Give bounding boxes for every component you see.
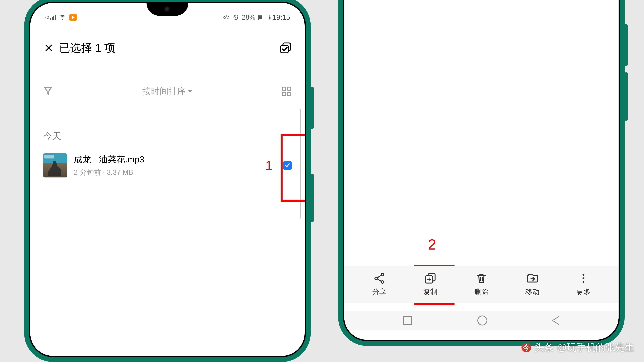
trash-icon	[475, 272, 488, 285]
phone1-screen: 4G 28% 19:15	[29, 1, 306, 357]
section-today: 今天	[43, 130, 61, 142]
sort-dropdown[interactable]: 按时间排序	[142, 86, 192, 97]
file-thumbnail	[43, 153, 67, 177]
eye-comfort-icon	[223, 14, 230, 20]
watermark-logo-icon: 今	[522, 343, 531, 352]
phone2-screen: 2 分享 复制	[343, 0, 620, 341]
signal-bars-icon	[50, 15, 56, 20]
file-name: 成龙 - 油菜花.mp3	[74, 154, 276, 165]
clock-time: 19:15	[272, 13, 290, 21]
network-type: 4G	[45, 15, 50, 20]
nav-back-button[interactable]	[553, 316, 560, 325]
share-label: 分享	[372, 287, 386, 297]
more-icon	[577, 272, 590, 285]
wifi-icon	[59, 14, 66, 21]
svg-point-1	[226, 17, 227, 18]
bottom-action-bar: 分享 复制 删除	[344, 266, 618, 303]
grid-view-icon[interactable]	[282, 86, 292, 96]
delete-label: 删除	[474, 287, 488, 297]
battery-percent: 28%	[242, 13, 255, 21]
file-row[interactable]: 成龙 - 油菜花.mp3 2 分钟前 · 3.37 MB	[43, 151, 292, 180]
annotation-1-box	[280, 134, 306, 202]
share-button[interactable]: 分享	[372, 272, 386, 297]
phone1-notch	[146, 3, 188, 16]
close-icon	[44, 43, 54, 53]
move-label: 移动	[525, 287, 540, 297]
more-button[interactable]: 更多	[576, 272, 590, 297]
svg-point-14	[582, 274, 584, 276]
signal-icon: 4G	[45, 15, 56, 20]
svg-point-15	[582, 277, 584, 279]
sort-dropdown-label: 按时间排序	[142, 86, 186, 97]
svg-point-0	[62, 19, 63, 20]
annotation-2-number: 2	[428, 236, 436, 253]
status-left: 4G	[45, 14, 77, 21]
nav-home-button[interactable]	[477, 316, 487, 326]
phone1-side-button-1	[311, 87, 314, 129]
svg-rect-5	[282, 87, 286, 90]
file-info: 成龙 - 油菜花.mp3 2 分钟前 · 3.37 MB	[74, 154, 276, 177]
file-meta: 2 分钟前 · 3.37 MB	[74, 168, 276, 177]
battery-icon	[258, 15, 270, 20]
android-nav-bar	[344, 311, 618, 330]
close-button[interactable]	[43, 42, 54, 53]
annotation-1-number: 1	[265, 158, 272, 173]
svg-point-16	[582, 281, 584, 283]
selection-header: 已选择 1 项	[30, 35, 304, 61]
move-button[interactable]: 移动	[525, 272, 540, 297]
phone-left-frame: 4G 28% 19:15	[24, 0, 311, 362]
share-icon	[373, 272, 386, 285]
alarm-icon	[232, 14, 239, 20]
chevron-down-icon	[188, 90, 192, 93]
sort-bar: 按时间排序	[30, 80, 304, 103]
copy-button[interactable]: 复制	[423, 272, 438, 297]
video-app-icon	[69, 14, 77, 20]
watermark-author: @玩手机的张先生	[557, 341, 634, 354]
phone1-side-button-2	[311, 174, 314, 222]
status-right: 28% 19:15	[223, 13, 290, 21]
svg-rect-7	[282, 92, 286, 96]
selection-title: 已选择 1 项	[59, 41, 280, 55]
front-camera-icon	[164, 6, 170, 12]
watermark: 今 头条 @玩手机的张先生	[522, 341, 634, 354]
nav-recents-button[interactable]	[403, 316, 412, 325]
copy-label: 复制	[423, 287, 438, 297]
filter-icon[interactable]	[43, 86, 53, 97]
select-all-icon	[280, 42, 292, 54]
phone2-side-button-1	[625, 24, 628, 66]
svg-rect-8	[288, 92, 291, 96]
copy-icon	[424, 272, 437, 285]
delete-button[interactable]: 删除	[474, 272, 488, 297]
phone2-side-button-2	[625, 72, 628, 121]
move-icon	[526, 272, 539, 285]
select-all-button[interactable]	[280, 42, 292, 54]
watermark-brand: 头条	[534, 341, 554, 354]
svg-rect-4	[280, 45, 288, 53]
more-label: 更多	[576, 287, 590, 297]
phone-right-frame: 2 分享 复制	[338, 0, 625, 346]
svg-rect-6	[288, 87, 291, 90]
